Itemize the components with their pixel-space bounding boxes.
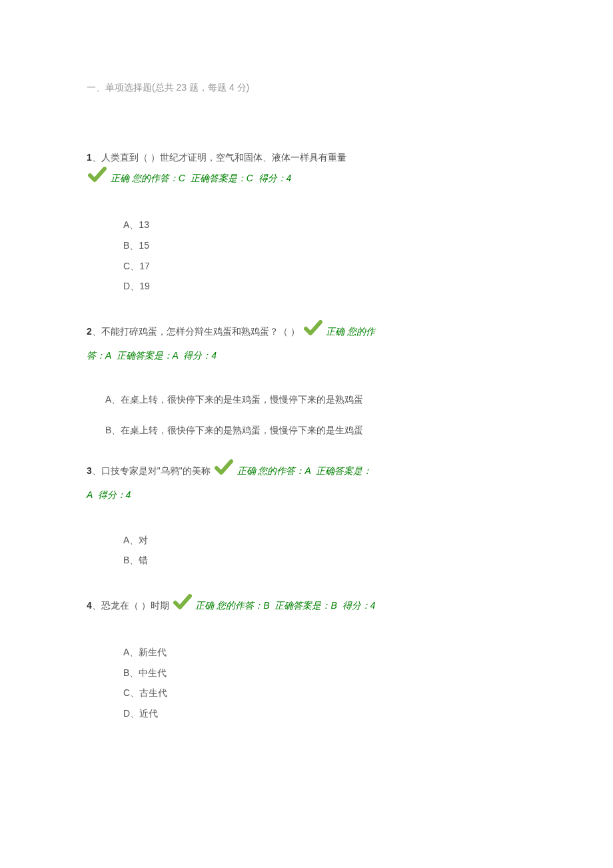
options-list: A、新生代 B、中生代 C、古生代 D、近代 [87,642,380,724]
result-details: 您的作答：C 正确答案是：C 得分：4 [132,173,292,183]
option-b: B、错 [123,550,380,571]
correct-label: 正确 [195,600,214,611]
question-stem: 、不能打碎鸡蛋，怎样分辩生鸡蛋和熟鸡蛋？（ ） [92,326,300,337]
option-b: B、在桌上转，很快停下来的是熟鸡蛋，慢慢停下来的是生鸡蛋 [87,421,380,439]
question-number: 3 [87,465,92,476]
question-3: 3、口技专家是对"乌鸦"的美称 正确 您的作答：A 正确答案是：A 得分：4 A… [87,459,380,571]
question-stem: 、恐龙在（ ）时期 [92,600,169,611]
option-d: D、近代 [123,703,380,724]
option-d: D、19 [123,276,380,297]
option-a: A、对 [123,530,380,551]
question-4: 4、恐龙在（ ）时期 正确 您的作答：B 正确答案是：B 得分：4 A、新生代 … [87,594,380,724]
question-header: 2、不能打碎鸡蛋，怎样分辩生鸡蛋和熟鸡蛋？（ ） 正确 您的作答：A 正确答案是… [87,320,380,367]
options-list: A、对 B、错 [87,530,380,571]
question-1: 1、人类直到（ ）世纪才证明，空气和固体、液体一样具有重量 正确 您的作答：C … [87,148,380,297]
question-text: 1、人类直到（ ）世纪才证明，空气和固体、液体一样具有重量 [87,148,380,167]
option-a: A、13 [123,215,380,235]
option-b: B、中生代 [123,663,380,683]
question-number: 1 [87,152,92,163]
check-icon [215,459,233,484]
options-list: A、在桌上转，很快停下来的是生鸡蛋，慢慢停下来的是熟鸡蛋 B、在桌上转，很快停下… [87,390,380,439]
question-stem: 、人类直到（ ）世纪才证明，空气和固体、液体一样具有重量 [92,152,346,163]
result-line: 正确 您的作答：C 正确答案是：C 得分：4 [87,167,380,191]
check-icon [173,594,192,619]
question-2: 2、不能打碎鸡蛋，怎样分辩生鸡蛋和熟鸡蛋？（ ） 正确 您的作答：A 正确答案是… [87,320,380,439]
option-b: B、15 [123,235,380,256]
check-icon [88,167,107,191]
check-icon [304,320,322,345]
question-number: 4 [87,600,92,611]
question-number: 2 [87,326,92,337]
option-a: A、在桌上转，很快停下来的是生鸡蛋，慢慢停下来的是熟鸡蛋 [87,390,380,409]
question-stem: 、口技专家是对"乌鸦"的美称 [92,465,211,476]
options-list: A、13 B、15 C、17 D、19 [87,215,380,297]
option-c: C、17 [123,256,380,277]
question-header: 4、恐龙在（ ）时期 正确 您的作答：B 正确答案是：B 得分：4 [87,594,380,619]
correct-label: 正确 [237,465,256,476]
option-a: A、新生代 [123,642,380,663]
option-c: C、古生代 [123,683,380,703]
correct-label: 正确 [326,326,344,337]
correct-label: 正确 [111,173,129,183]
question-header: 3、口技专家是对"乌鸦"的美称 正确 您的作答：A 正确答案是：A 得分：4 [87,459,380,506]
result-details: 您的作答：B 正确答案是：B 得分：4 [217,600,375,611]
section-header: 一、单项选择题(总共 23 题，每题 4 分) [87,80,526,95]
